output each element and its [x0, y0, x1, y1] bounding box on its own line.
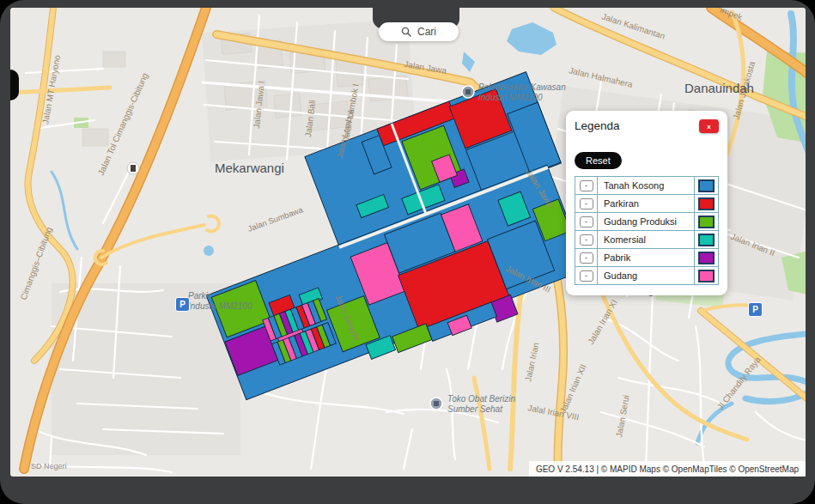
- svg-text:SD Negeri: SD Negeri: [31, 462, 67, 471]
- legend-color-swatch: [698, 216, 715, 228]
- legend-row: - Gudang Produksi: [575, 212, 719, 231]
- pharmacy-icon: [430, 398, 442, 410]
- legend-close-button[interactable]: x: [699, 119, 719, 133]
- svg-text:Jalan Irian: Jalan Irian: [523, 342, 540, 382]
- legend-item-label: Gudang: [598, 267, 694, 284]
- legend-color-swatch: [698, 234, 715, 246]
- legend-color-swatch: [698, 179, 715, 192]
- legend-toggle-button[interactable]: -: [580, 180, 593, 191]
- monument-icon: [127, 162, 139, 174]
- legend-title: Legenda: [575, 119, 620, 132]
- legend-toggle-button[interactable]: -: [580, 234, 593, 246]
- search-placeholder: Cari: [417, 26, 436, 38]
- legend-row: - Gudang: [575, 266, 719, 285]
- legend-row: - Tanah Kosong: [575, 176, 719, 195]
- legend-panel: Legenda x Reset - Tanah Kosong - Parkira…: [566, 111, 727, 295]
- svg-text:Mekarwangi: Mekarwangi: [215, 161, 284, 175]
- map-attribution: GEO V 2.54.13 | © MAPID Maps © OpenMapTi…: [529, 461, 806, 477]
- legend-toggle-button[interactable]: -: [580, 198, 593, 209]
- legend-item-label: Parkiran: [598, 195, 694, 212]
- legend-color-swatch: [698, 252, 715, 264]
- police-station-icon: [462, 86, 474, 98]
- legend-row: - Komersial: [575, 230, 719, 249]
- app-window: Jalan MT Haryono Jalan Tol Cimanggis-Cib…: [0, 0, 815, 504]
- legend-color-swatch: [698, 197, 715, 210]
- legend-item-label: Pabrik: [598, 249, 694, 266]
- legend-row: - Pabrik: [575, 248, 719, 267]
- search-icon: [401, 27, 411, 37]
- svg-text:Industri MM2100: Industri MM2100: [478, 93, 543, 102]
- svg-text:Danauindah: Danauindah: [684, 81, 754, 95]
- legend-row: - Parkiran: [575, 194, 719, 213]
- legend-item-label: Komersial: [598, 231, 694, 248]
- search-input[interactable]: Cari: [379, 22, 459, 41]
- legend-toggle-button[interactable]: -: [580, 270, 593, 282]
- legend-reset-button[interactable]: Reset: [575, 152, 622, 169]
- legend-item-label: Tanah Kosong: [598, 177, 694, 194]
- svg-text:Jalan Sumbawa: Jalan Sumbawa: [246, 204, 305, 234]
- svg-text:Toko Obat Berizin: Toko Obat Berizin: [447, 394, 516, 404]
- sidebar-collapse-handle[interactable]: [10, 70, 19, 100]
- legend-toggle-button[interactable]: -: [580, 216, 593, 228]
- svg-text:Polsubsektor Kawasan: Polsubsektor Kawasan: [478, 82, 566, 92]
- svg-text:Jalal Irian VIII: Jalal Irian VIII: [527, 403, 581, 422]
- legend-color-swatch: [698, 270, 715, 282]
- svg-text:Parkir: Parkir: [188, 291, 211, 301]
- legend-toggle-button[interactable]: -: [580, 252, 593, 264]
- legend-item-label: Gudang Produksi: [598, 213, 694, 230]
- svg-text:Industri MM2100: Industri MM2100: [188, 301, 252, 311]
- parking-icon: P: [175, 297, 190, 312]
- svg-text:Sumber Sehat: Sumber Sehat: [447, 404, 503, 414]
- parking-icon: P: [748, 302, 763, 317]
- svg-text:Cimanggis–Cibitung: Cimanggis–Cibitung: [19, 226, 54, 301]
